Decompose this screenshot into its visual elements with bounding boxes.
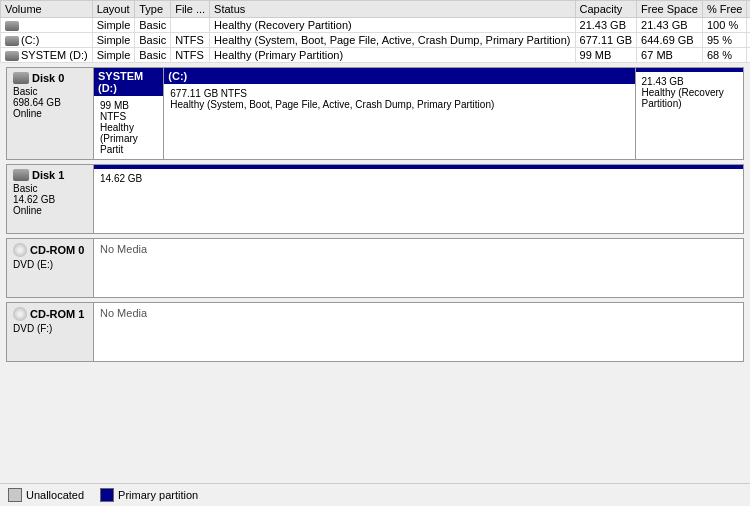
cell-6: 95 % [702,33,746,48]
cdrom-status: No Media [94,302,744,362]
col-header-type: Type [135,1,171,18]
legend-label-unallocated: Unallocated [26,489,84,501]
col-header-free: Free Space [637,1,703,18]
disk-icon [5,51,19,61]
partition-0-2[interactable]: 21.43 GBHealthy (Recovery Partition) [636,68,743,159]
cdrom-icon-wrapper: CD-ROM 1 [13,307,87,321]
cell-volume: SYSTEM (D:) [1,48,93,63]
cell-5: 644.69 GB [637,33,703,48]
cell-0: Simple [92,18,135,33]
partition-header [94,165,743,169]
volume-table: Volume Layout Type File ... Status Capac… [0,0,750,63]
cell-0: Simple [92,48,135,63]
partition-info1: 99 MB NTFS [100,100,157,122]
cell-4: 677.11 GB [575,33,637,48]
table-row[interactable]: SimpleBasicHealthy (Recovery Partition)2… [1,18,751,33]
col-header-file: File ... [171,1,210,18]
cell-3: Healthy (Recovery Partition) [210,18,575,33]
col-header-layout: Layout [92,1,135,18]
disk-row-1: Disk 1Basic14.62 GBOnline14.62 GB [6,164,744,234]
partition-header [636,68,743,72]
cd-icon [13,307,27,321]
table-row[interactable]: (C:)SimpleBasicNTFSHealthy (System, Boot… [1,33,751,48]
col-header-capacity: Capacity [575,1,637,18]
hdd-icon [13,72,29,84]
partition-info1: 677.11 GB NTFS [170,88,628,99]
partition-header: SYSTEM (D:) [94,68,163,96]
cell-6: 100 % [702,18,746,33]
disk-label-1: Disk 1Basic14.62 GBOnline [6,164,94,234]
hdd-icon [13,169,29,181]
disk-status: Online [13,108,87,119]
cell-1: Basic [135,48,171,63]
disk-icon-label: Disk 1 [13,169,87,181]
partition-info2: Healthy (System, Boot, Page File, Active… [170,99,628,110]
partition-info1: 21.43 GB [642,76,737,87]
table-row[interactable]: SYSTEM (D:)SimpleBasicNTFSHealthy (Prima… [1,48,751,63]
disk-id: Disk 1 [32,169,64,181]
cdrom-id: CD-ROM 1 [30,308,84,320]
col-header-volume: Volume [1,1,93,18]
disk-status: Online [13,205,87,216]
cdrom-label-0: CD-ROM 0DVD (E:) [6,238,94,298]
cell-1: Basic [135,18,171,33]
legend-box-unallocated [8,488,22,502]
cdrom-label-1: CD-ROM 1DVD (F:) [6,302,94,362]
disk-size: 698.64 GB [13,97,87,108]
cell-5: 67 MB [637,48,703,63]
legend-item-primary: Primary partition [100,488,198,502]
cell-3: Healthy (Primary Partition) [210,48,575,63]
cell-2 [171,18,210,33]
legend-bar: Unallocated Primary partition [0,483,750,506]
cell-1: Basic [135,33,171,48]
cell-4: 99 MB [575,48,637,63]
partitions-container-0: SYSTEM (D:)99 MB NTFSHealthy (Primary Pa… [94,67,744,160]
partition-info2: Healthy (Primary Partit [100,122,157,155]
disk-icon [5,21,19,31]
cell-volume: (C:) [1,33,93,48]
col-header-pct: % Free [702,1,746,18]
cdrom-icon-wrapper: CD-ROM 0 [13,243,87,257]
disk-icon-label: Disk 0 [13,72,87,84]
partitions-container-1: 14.62 GB [94,164,744,234]
cdrom-id: CD-ROM 0 [30,244,84,256]
cell-0: Simple [92,33,135,48]
legend-item-unallocated: Unallocated [8,488,84,502]
cdrom-row-0: CD-ROM 0DVD (E:)No Media [6,238,744,298]
cell-2: NTFS [171,48,210,63]
legend-label-primary: Primary partition [118,489,198,501]
disk-size: 14.62 GB [13,194,87,205]
partition-0-0[interactable]: SYSTEM (D:)99 MB NTFSHealthy (Primary Pa… [94,68,164,159]
cd-icon [13,243,27,257]
disk-type: Basic [13,86,87,97]
partition-0-1[interactable]: (C:)677.11 GB NTFSHealthy (System, Boot,… [164,68,635,159]
disk-icon [5,36,19,46]
disk-graphic-section: Disk 0Basic698.64 GBOnlineSYSTEM (D:)99 … [0,63,750,506]
partition-info1: 14.62 GB [100,173,737,184]
cell-4: 21.43 GB [575,18,637,33]
cell-volume [1,18,93,33]
disk-id: Disk 0 [32,72,64,84]
cell-6: 68 % [702,48,746,63]
legend-box-primary [100,488,114,502]
cell-2: NTFS [171,33,210,48]
cdrom-row-1: CD-ROM 1DVD (F:)No Media [6,302,744,362]
partition-1-0[interactable]: 14.62 GB [94,165,743,233]
cdrom-drive: DVD (E:) [13,259,87,270]
disk-row-0: Disk 0Basic698.64 GBOnlineSYSTEM (D:)99 … [6,67,744,160]
disk-type: Basic [13,183,87,194]
main-container: Volume Layout Type File ... Status Capac… [0,0,750,506]
cdrom-drive: DVD (F:) [13,323,87,334]
disk-label-0: Disk 0Basic698.64 GBOnline [6,67,94,160]
partition-info2: Healthy (Recovery Partition) [642,87,737,109]
cdrom-status: No Media [94,238,744,298]
cell-5: 21.43 GB [637,18,703,33]
partition-header: (C:) [164,68,634,84]
col-header-status: Status [210,1,575,18]
cell-3: Healthy (System, Boot, Page File, Active… [210,33,575,48]
